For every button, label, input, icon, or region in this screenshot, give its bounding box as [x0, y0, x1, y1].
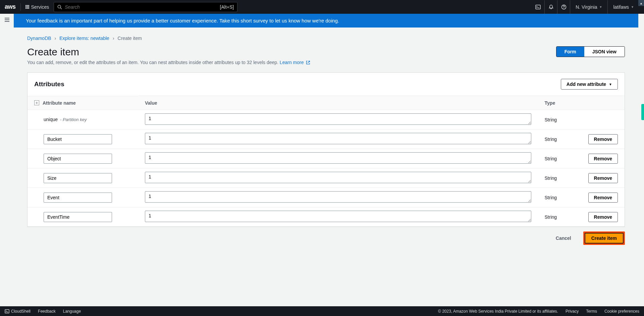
aws-logo[interactable]: aws: [5, 3, 16, 10]
help-icon[interactable]: [557, 0, 570, 14]
search-icon: [57, 5, 62, 9]
grid-icon: [25, 5, 29, 9]
scroll-up-button[interactable]: [638, 0, 644, 6]
svg-rect-2: [536, 5, 540, 9]
notifications-icon[interactable]: [544, 0, 557, 14]
account-label: latifaws: [613, 4, 629, 10]
services-label: Services: [31, 4, 49, 10]
cloudshell-icon[interactable]: [532, 0, 544, 14]
region-selector[interactable]: N. Virginia ▼: [570, 0, 607, 14]
chevron-down-icon: ▼: [599, 5, 602, 9]
svg-point-0: [58, 5, 61, 8]
svg-line-1: [60, 8, 62, 9]
search-input[interactable]: [65, 4, 220, 10]
topbar: aws Services [Alt+S] N. Virginia ▼ latif…: [0, 0, 644, 14]
chevron-down-icon: ▼: [631, 5, 634, 9]
search-hint: [Alt+S]: [220, 4, 234, 10]
divider: [20, 3, 21, 11]
services-menu[interactable]: Services: [25, 4, 49, 10]
search-box[interactable]: [Alt+S]: [54, 2, 237, 12]
region-label: N. Virginia: [576, 4, 597, 10]
account-menu[interactable]: latifaws ▼: [607, 0, 639, 14]
